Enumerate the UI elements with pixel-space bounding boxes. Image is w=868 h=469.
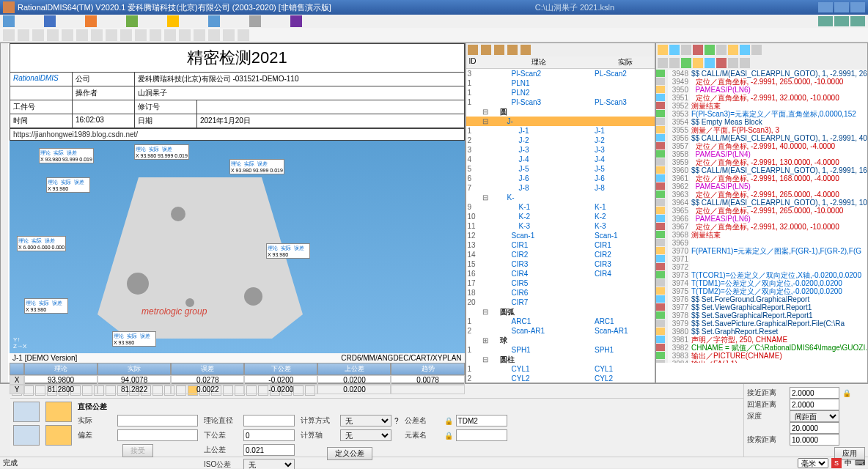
code-line[interactable]: 3957 定位／直角坐标, -2.9991, 40.0000, -4.0000 (656, 142, 867, 150)
menu-icon[interactable] (85, 15, 97, 27)
tool-icon[interactable] (106, 29, 117, 41)
tree-row[interactable]: ⊟圆柱 (466, 355, 655, 364)
mode-icon[interactable] (13, 425, 40, 446)
mode-icon[interactable] (45, 402, 72, 422)
code-line[interactable]: 3981声明／字符型, 250, CHNAME (656, 336, 867, 344)
code-line[interactable]: 3974T(TDM1)=公差定义／双向定位,-0.0200,0.0200 (656, 279, 867, 287)
tree-row[interactable]: 11K-3K-3 (466, 221, 655, 231)
menu-icon[interactable] (249, 15, 261, 27)
code-line[interactable]: 3972 (656, 263, 867, 271)
code-line[interactable]: 3962 PAMEAS/P(LN5) (656, 182, 867, 191)
tool-icon[interactable] (681, 58, 691, 68)
elemname-input[interactable] (456, 429, 507, 441)
code-line[interactable]: 3959 定位／直角坐标, -2.9991, 130.0000, -4.0000 (656, 158, 867, 166)
tool-icon[interactable] (62, 29, 73, 41)
tool-icon[interactable] (521, 45, 531, 55)
mode-icon[interactable] (13, 402, 40, 422)
approach-input[interactable] (790, 387, 839, 399)
tool-icon[interactable] (238, 29, 249, 41)
code-line[interactable]: 3956$$ CALL/M(EASI_CLEARPLN_GOTO), 1, -2… (656, 134, 867, 142)
code-line[interactable]: 3983输出／PICTURE(CHNAME) (656, 352, 867, 360)
tool-icon[interactable] (494, 45, 504, 55)
lowtol-input[interactable] (243, 429, 295, 441)
code-line[interactable]: 3964$$ CALL/M(EASI_CLEARPLN_GOTO), 1, -2… (656, 199, 867, 207)
code-line[interactable]: 3963 定位／直角坐标, -2.9991, 265.0000, -4.0000 (656, 191, 867, 199)
tree-row[interactable]: 10K-2K-2 (466, 212, 655, 221)
tool-icon[interactable] (716, 58, 727, 68)
code-line[interactable]: 3969 (656, 239, 867, 247)
code-line[interactable]: 3979$$ Set.SavePicture.GraphicalReport.F… (656, 320, 867, 328)
code-line[interactable]: 3984输出／FA(J-1) (656, 360, 867, 363)
tree-row[interactable]: 5J-5J-5 (466, 164, 655, 174)
uptol-input[interactable] (243, 444, 295, 456)
tree-row[interactable]: 13CIR1CIR1 (466, 240, 655, 250)
ime-icon[interactable]: S (831, 458, 842, 468)
tree-row[interactable]: 17CIR5 (466, 278, 655, 288)
tool-icon[interactable] (728, 58, 738, 68)
tool-icon[interactable] (681, 45, 691, 55)
tool-icon[interactable] (47, 29, 59, 41)
tool-icon[interactable] (18, 29, 29, 41)
code-line[interactable]: 3952测量结束 (656, 102, 867, 110)
tool-icon[interactable] (669, 45, 680, 55)
layout-button[interactable] (850, 16, 865, 26)
tool-icon[interactable] (705, 58, 715, 68)
3d-viewport[interactable]: metrologic group 理论实际误差X 93.980 93.999 0… (10, 141, 465, 353)
tool-icon[interactable] (3, 29, 15, 41)
tool-icon[interactable] (693, 45, 703, 55)
tool-icon[interactable] (223, 29, 235, 41)
minimize-button[interactable] (818, 2, 833, 12)
tool-icon[interactable] (740, 58, 750, 68)
menu-icon[interactable] (290, 15, 302, 27)
tool-icon[interactable] (150, 29, 161, 41)
tool-icon[interactable] (705, 45, 715, 55)
code-line[interactable]: 3958 PAMEAS/P(LN4) (656, 150, 867, 158)
tree-row[interactable]: 16CIR4CIR4 (466, 269, 655, 278)
ime-icon[interactable]: ⌨ (855, 459, 865, 467)
tree-row[interactable]: 1CYL1CYL1 (466, 364, 655, 374)
code-line[interactable]: 3973T(TCOR1)=公差定义／双向定位,X轴,-0.0200,0.0200 (656, 271, 867, 279)
menu-icon[interactable] (208, 15, 220, 27)
help-icon[interactable]: ? (394, 417, 399, 425)
tree-row[interactable]: 14CIR2CIR2 (466, 250, 655, 259)
code-line[interactable]: 3948$$ CALL/M(EASI_CLEARPLN_GOTO), 1, -2… (656, 70, 867, 78)
tree-row[interactable]: 1PLN2 (466, 88, 655, 97)
tree-row[interactable]: ⊟K- (466, 193, 655, 202)
tool-icon[interactable] (740, 45, 750, 55)
tool-icon[interactable] (481, 45, 491, 55)
code-line[interactable]: 3978$$ Set.SaveGraphicalReport.Report1 (656, 311, 867, 320)
code-line[interactable]: 3966 PAMEAS/P(LN6) (656, 215, 867, 223)
tool-icon[interactable] (194, 29, 205, 41)
code-line[interactable]: 3965 定位／直角坐标, -2.9991, 265.0000, -10.000… (656, 207, 867, 215)
code-line[interactable]: 3970F(PATERN1)=元素定义／图案,F(GR-1),F(GR-2),F… (656, 247, 867, 255)
tool-icon[interactable] (658, 45, 668, 55)
tree-row[interactable]: 12Scan-1Scan-1 (466, 231, 655, 240)
code-line[interactable]: 3968测量结束 (656, 231, 867, 239)
layout-button[interactable] (834, 16, 849, 26)
code-line[interactable]: 3953F(Pl-Scan3)=元素定义／平面,直角坐标,0.0000,152 (656, 110, 867, 118)
code-line[interactable]: 3980$$ Set.GraphReport.Reset (656, 328, 867, 336)
search-input[interactable] (790, 434, 839, 446)
code-line[interactable]: 3976$$ Set.ForeGround.GraphicalReport (656, 295, 867, 303)
depth-input[interactable] (790, 422, 839, 434)
tree-row[interactable]: ⊟圆弧 (466, 307, 655, 317)
define-tol-button[interactable]: 定义公差 (327, 447, 372, 460)
tree-row[interactable]: 1PLN1 (466, 78, 655, 88)
tree-row[interactable]: 7J-8J-8 (466, 183, 655, 193)
tree-row[interactable]: 2Scan-AR1Scan-AR1 (466, 326, 655, 336)
tree-row[interactable]: 3J-3J-3 (466, 145, 655, 155)
code-line[interactable]: 3982CHNAME = 赋值／'C:\RationalDMIS64\Image… (656, 344, 867, 352)
tool-icon[interactable] (76, 29, 88, 41)
tree-row[interactable]: 2CYL2CYL2 (466, 374, 655, 383)
tree-row[interactable]: 6J-6J-6 (466, 174, 655, 183)
tree-row[interactable]: 1SPH1SPH1 (466, 345, 655, 355)
tolname-input[interactable] (456, 415, 507, 426)
tree-row[interactable]: 1Pl-Scan3PL-Scan3 (466, 97, 655, 107)
tree-row[interactable]: 1ARC1ARC1 (466, 317, 655, 326)
theory-dia-input[interactable] (243, 415, 295, 426)
calc-select[interactable]: 无 (340, 415, 391, 426)
tool-icon[interactable] (728, 45, 738, 55)
maximize-button[interactable] (834, 2, 849, 12)
iso-select[interactable]: 无 (243, 459, 295, 469)
unit-select[interactable]: 毫米 (798, 458, 828, 468)
